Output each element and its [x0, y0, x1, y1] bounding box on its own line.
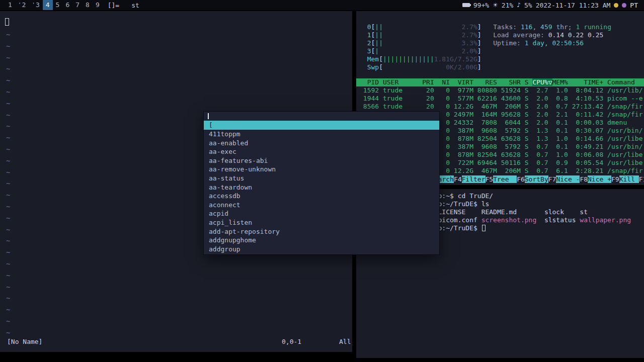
vim-empty-line: ~ [6, 98, 10, 110]
dmenu-window[interactable]: [ 411toppmaa-enabledaa-execaa-features-a… [204, 112, 439, 254]
dmenu-item[interactable]: addgnupghome [204, 236, 439, 245]
vim-empty-line: ~ [6, 282, 10, 293]
keyboard-layout: PT [630, 2, 638, 9]
vim-empty-line: ~ [6, 75, 10, 86]
dmenu-item[interactable]: aa-teardown [204, 183, 439, 192]
htop-meter-line: Mem[|||||||||||||1.81G/7.52G] [359, 55, 611, 63]
vim-empty-line: ~ [6, 29, 10, 41]
battery-icon [462, 3, 470, 7]
workspace-tag[interactable]: 4 [43, 0, 53, 10]
vim-empty-line: ~ [6, 110, 10, 121]
vim-empty-line: ~ [6, 224, 10, 236]
focused-window-title: st [124, 2, 146, 9]
process-row[interactable]: 8566 trude 20 0 12.2G 467M 206M S 2.0 0.… [359, 103, 643, 111]
brightness-percent: 21% [502, 2, 513, 9]
workspace-tag[interactable]: 1 [5, 0, 15, 10]
workspace-tag[interactable]: 5 [53, 0, 63, 10]
vim-buffer-name: [No Name] [7, 338, 42, 345]
vim-empty-line: ~ [6, 316, 10, 327]
vim-empty-line: ~ [6, 304, 10, 316]
dmenu-item[interactable]: aa-exec [204, 147, 439, 156]
workspace-tag[interactable]: 6 [62, 0, 72, 10]
process-row[interactable]: 1592 trude 20 0 977M 80880 51924 S 2.7 1… [359, 86, 643, 95]
vim-empty-line: ~ [6, 144, 10, 155]
dmenu-item[interactable]: acpid [204, 209, 439, 218]
htop-meter-line: 3[| 2.0%] [359, 47, 611, 55]
dmenu-selected-item[interactable]: [ [204, 121, 439, 130]
process-row[interactable]: 1944 trude 20 0 577M 62216 43600 S 2.0 0… [359, 95, 643, 103]
battery-percent: 99+% [473, 2, 489, 9]
dmenu-item[interactable]: 411toppm [204, 130, 439, 139]
top-bar: 123456789 []= st 99+% ☀ 21% ♪ 5% 2022-11… [0, 0, 644, 10]
vim-empty-line: ~ [6, 258, 10, 270]
dmenu-item[interactable]: addgroup [204, 245, 439, 254]
vim-empty-line: ~ [6, 41, 10, 52]
brightness-icon: ☀ [493, 2, 498, 9]
vim-empty-line: ~ [6, 178, 10, 190]
vim-empty-line: ~ [6, 121, 10, 132]
htop-meters: 0[|| 2.7%] Tasks: 116, 459 thr; 1 runnin… [359, 23, 611, 71]
vim-empty-line: ~ [6, 63, 10, 75]
htop-meter-line: 0[|| 2.7%] Tasks: 116, 459 thr; 1 runnin… [359, 23, 611, 31]
dmenu-cursor [208, 113, 209, 119]
vim-empty-line: ~ [6, 235, 10, 247]
dmenu-list: 411toppmaa-enabledaa-execaa-features-abi… [204, 130, 439, 253]
bar-left: 123456789 []= st [0, 0, 146, 10]
workspace-tag[interactable]: 3 [29, 0, 42, 10]
dmenu-item[interactable]: aconnect [204, 201, 439, 210]
vim-ruler: 0,0-1 [282, 338, 301, 345]
dmenu-item[interactable]: aa-enabled [204, 139, 439, 148]
vim-empty-line: ~ [6, 247, 10, 258]
vim-empty-line: ~ [6, 86, 10, 98]
vim-empty-line: ~ [6, 132, 10, 144]
dmenu-item[interactable]: add-apt-repository [204, 227, 439, 236]
vim-empty-line: ~ [6, 52, 10, 64]
status-dot-yellow [614, 3, 618, 8]
layout-symbol[interactable]: []= [103, 2, 124, 9]
vim-statusline: [No Name] 0,0-1 All [0, 338, 352, 347]
workspace-tag[interactable]: 2 [15, 0, 29, 10]
datetime: 2022-11-17 11:23 AM [536, 2, 611, 9]
dmenu-item[interactable]: acpi_listen [204, 218, 439, 227]
htop-meter-line: 2[|| 3.3%] Uptime: 1 day, 02:50:56 [359, 39, 611, 47]
volume-percent: 5% [524, 2, 532, 9]
dmenu-item[interactable]: accessdb [204, 192, 439, 201]
dmenu-input[interactable] [204, 112, 439, 121]
dmenu-item[interactable]: aa-status [204, 174, 439, 183]
htop-meter-line: Swp[ 0K/2.00G] [359, 63, 611, 71]
process-table-header[interactable]: PID USER PRI NI VIRT RES SHR S CPU%▽MEM%… [356, 78, 644, 86]
workspace-tag[interactable]: 7 [72, 0, 83, 10]
status-dot-purple [622, 3, 626, 8]
workspace-tags: 123456789 [5, 0, 103, 10]
vim-empty-line: ~ [6, 155, 10, 167]
vim-empty-lines: ~~~~~~~~~~~~~~~~~~~~~~~~~~~ [6, 29, 10, 339]
dmenu-item[interactable]: aa-features-abi [204, 156, 439, 165]
workspace-tag[interactable]: 8 [83, 0, 93, 10]
vim-empty-line: ~ [6, 167, 10, 178]
vim-empty-line: ~ [6, 190, 10, 201]
vim-scroll-position: All [339, 338, 351, 345]
vim-empty-line: ~ [6, 201, 10, 213]
vim-empty-line: ~ [6, 327, 10, 339]
vim-cursor [5, 18, 9, 26]
htop-meter-line: 1[|| 2.7%] Load average: 0.14 0.22 0.25 [359, 31, 611, 39]
volume-icon: ♪ [517, 2, 521, 9]
status-area: 99+% ☀ 21% ♪ 5% 2022-11-17 11:23 AM PT [462, 2, 644, 9]
vim-empty-line: ~ [6, 270, 10, 282]
vim-empty-line: ~ [6, 213, 10, 224]
dmenu-item[interactable]: aa-remove-unknown [204, 165, 439, 174]
workspace-tag[interactable]: 9 [93, 0, 103, 10]
vim-empty-line: ~ [6, 293, 10, 304]
